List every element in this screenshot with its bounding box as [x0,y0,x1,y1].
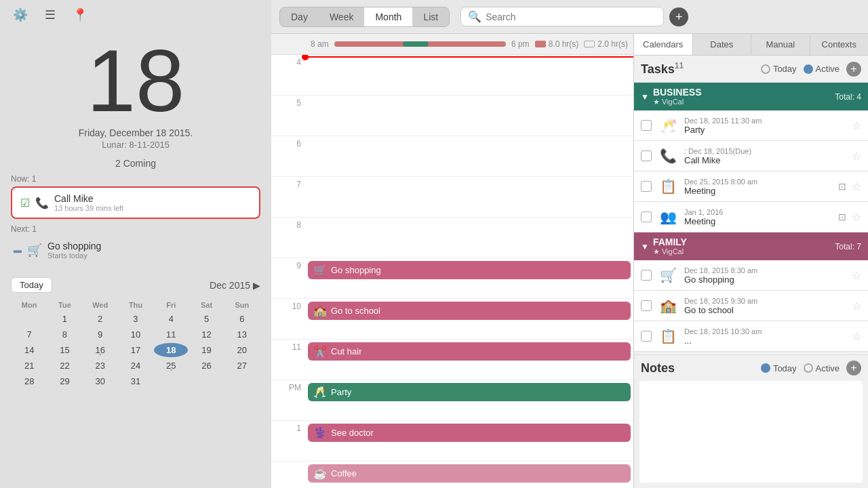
search-box[interactable]: 🔍 [460,7,664,26]
task-meeting-dec25-checkbox[interactable] [641,181,652,192]
cal-day-14[interactable]: 14 [12,343,46,357]
cal-month-nav[interactable]: Dec 2015 ▶ [210,280,260,291]
cal-day-9[interactable]: 9 [83,327,117,342]
list-small-icon: ▬ [14,245,22,255]
cal-day-1[interactable]: 1 [47,312,81,326]
now-item[interactable]: ☑ 📞 Call Mike 13 hours 39 mins left [11,186,260,219]
group-family[interactable]: ▼ FAMILY ★ VigCal Total: 7 [634,232,868,260]
cal-day-27[interactable]: 27 [225,359,259,373]
cal-day-12[interactable]: 12 [189,327,223,342]
cal-day-18[interactable]: 18 [154,343,188,357]
event-go-to-school[interactable]: 🏫 Go to school [308,302,631,320]
cal-day-20[interactable]: 20 [225,343,259,357]
cal-day-8[interactable]: 8 [47,327,81,342]
cal-day-16[interactable]: 16• [83,343,117,357]
task-party-checkbox[interactable] [641,120,652,131]
task-call-mike-checkbox[interactable] [641,150,652,161]
task-meeting-jan1-star[interactable]: ☆ [852,211,861,224]
radio-active[interactable] [804,64,813,74]
slot-content-coffee: ☕ Coffee [305,462,633,488]
next-item[interactable]: ▬ 🛒 Go shopping Starts today [11,237,260,264]
task-call-mike-star[interactable]: ☆ [852,150,861,163]
group-business[interactable]: ▼ BUSINESS ★ VigCal Total: 4 [634,83,868,110]
cal-day-23[interactable]: 23 [83,359,117,373]
view-week-button[interactable]: Week [319,7,365,26]
add-note-button[interactable]: + [846,361,861,375]
task-party-star[interactable]: ☆ [852,119,861,132]
cal-day- [225,374,259,388]
task-meeting-dec25-attachment[interactable]: ⊡ [838,181,846,192]
task-go-shopping-star[interactable]: ☆ [852,269,861,282]
cal-day-29[interactable]: 29 [47,374,81,388]
task-go-to-school-icon: 🏫 [657,295,679,317]
cal-day-22[interactable]: 22 [47,359,81,373]
task-go-shopping-checkbox[interactable] [641,270,652,281]
tab-dates[interactable]: Dates [693,34,752,55]
event-see-doctor-label: See doctor [331,428,374,438]
add-task-button[interactable]: + [846,62,861,77]
cal-day-4[interactable]: 4 [154,312,188,326]
task-go-to-school-star[interactable]: ☆ [852,300,861,312]
search-input[interactable] [486,12,656,22]
event-party[interactable]: 🥂 Party [308,383,631,401]
timeline[interactable]: 4 5 6 [271,55,633,488]
event-see-doctor[interactable]: ⚕️ See doctor [308,424,631,442]
task-meeting-jan1-checkbox[interactable] [641,211,652,222]
tab-manual[interactable]: Manual [751,34,810,55]
cal-day-19[interactable]: 19 [189,343,223,357]
gear-icon[interactable]: ⚙️ [11,5,30,24]
filter-active[interactable]: Active [804,64,840,74]
notes-filter-active[interactable]: Active [804,363,840,373]
cal-day-24[interactable]: 24 [119,359,153,373]
cal-day-11[interactable]: 11 [154,327,188,342]
cal-day-15[interactable]: 15 [47,343,81,357]
cal-day-2[interactable]: 2 [83,312,117,326]
cal-day-7[interactable]: 7 [12,327,46,342]
cal-day-28[interactable]: 28 [12,374,46,388]
cal-day-5[interactable]: 5 [189,312,223,326]
now-item-text: Call Mike 13 hours 39 mins left [54,193,251,212]
cal-day-26[interactable]: 26 [189,359,223,373]
event-go-shopping[interactable]: 🛒 Go shopping [308,261,631,279]
pin-icon[interactable]: 📍 [71,5,90,24]
cal-day-10[interactable]: 10 [119,327,153,342]
task-party-date: Dec 18, 2015 11:30 am [684,117,846,125]
task-meeting-jan1-attachment[interactable]: ⊡ [838,211,846,222]
task-partial-star[interactable]: ☆ [852,330,861,343]
task-partial-checkbox[interactable] [641,331,652,342]
task-go-to-school-checkbox[interactable] [641,300,652,311]
slot-content-4 [305,55,633,95]
notes-filter-today[interactable]: Today [761,363,797,373]
time-label-10: 10 [271,299,305,339]
event-coffee[interactable]: ☕ Coffee [308,464,631,483]
task-meeting-dec25-info: Dec 25, 2015 8:00 am Meeting [684,178,833,196]
notes-filter: Today Active + [761,361,861,375]
cal-day-13[interactable]: 13 [225,327,259,342]
add-button[interactable]: + [669,7,688,26]
filter-today[interactable]: Today [761,64,797,74]
task-meeting-jan1-icon: 👥 [657,206,679,228]
view-month-button[interactable]: Month [364,7,412,26]
cal-nav: Today Dec 2015 ▶ [11,277,260,293]
radio-notes-active[interactable] [804,363,813,373]
view-day-button[interactable]: Day [280,7,319,26]
event-cut-hair[interactable]: ✂️ Cut hair [308,342,631,361]
cal-day-17[interactable]: 17 [119,343,153,357]
cal-day-3[interactable]: 3 [119,312,153,326]
view-list-button[interactable]: List [412,7,449,26]
cal-day-21[interactable]: 21 [12,359,46,373]
tab-calendars[interactable]: Calendars [634,34,693,55]
cal-day-25[interactable]: 25• [154,359,188,373]
cal-day-30[interactable]: 30 [83,374,117,388]
time-to: 6 pm [511,39,530,49]
list-icon[interactable]: ☰ [41,5,60,24]
cal-day-6[interactable]: 6 [225,312,259,326]
radio-today[interactable] [761,64,770,74]
today-button[interactable]: Today [11,277,52,293]
slot-content-11: ✂️ Cut hair [305,340,633,380]
tab-contexts[interactable]: Contexts [810,34,869,55]
cal-day-31[interactable]: 31 [119,374,153,388]
view-switcher: Day Week Month List [279,7,450,27]
task-meeting-dec25-star[interactable]: ☆ [852,180,861,193]
radio-notes-today[interactable] [761,363,770,373]
